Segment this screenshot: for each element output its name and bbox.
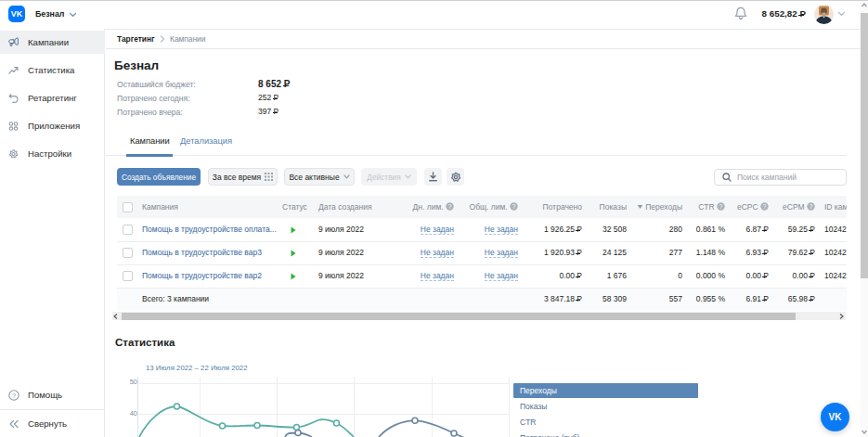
svg-text:?: ? — [810, 203, 813, 210]
svg-text:?: ? — [12, 391, 16, 399]
